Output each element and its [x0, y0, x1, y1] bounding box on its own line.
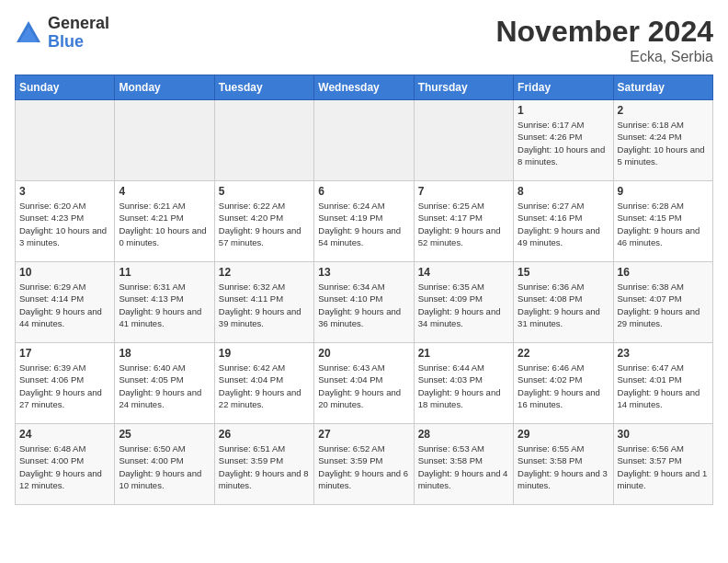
- day-number: 27: [318, 428, 409, 441]
- day-number: 24: [19, 428, 110, 441]
- day-number: 3: [19, 185, 110, 198]
- day-number: 13: [318, 266, 409, 279]
- day-cell: 11Sunrise: 6:31 AM Sunset: 4:13 PM Dayli…: [115, 262, 214, 343]
- weekday-header-sunday: Sunday: [16, 75, 115, 100]
- day-cell: [414, 100, 513, 181]
- week-row-2: 3Sunrise: 6:20 AM Sunset: 4:23 PM Daylig…: [16, 181, 713, 262]
- day-number: 21: [418, 347, 509, 360]
- day-number: 9: [618, 185, 709, 198]
- logo: General Blue: [15, 15, 109, 52]
- day-cell: 9Sunrise: 6:28 AM Sunset: 4:15 PM Daylig…: [613, 181, 712, 262]
- day-number: 28: [418, 428, 509, 441]
- day-info: Sunrise: 6:44 AM Sunset: 4:03 PM Dayligh…: [418, 362, 509, 410]
- logo-text: General Blue: [48, 15, 109, 52]
- day-info: Sunrise: 6:35 AM Sunset: 4:09 PM Dayligh…: [418, 281, 509, 329]
- day-info: Sunrise: 6:51 AM Sunset: 3:59 PM Dayligh…: [219, 442, 310, 491]
- week-row-1: 1Sunrise: 6:17 AM Sunset: 4:26 PM Daylig…: [16, 100, 713, 181]
- day-cell: 3Sunrise: 6:20 AM Sunset: 4:23 PM Daylig…: [16, 181, 115, 262]
- day-cell: 21Sunrise: 6:44 AM Sunset: 4:03 PM Dayli…: [414, 343, 513, 424]
- day-number: 15: [518, 266, 609, 279]
- page-header: General Blue November 2024 Ecka, Serbia: [15, 15, 713, 65]
- day-number: 5: [219, 185, 310, 198]
- title-block: November 2024 Ecka, Serbia: [495, 15, 713, 65]
- day-info: Sunrise: 6:24 AM Sunset: 4:19 PM Dayligh…: [318, 200, 409, 248]
- day-number: 22: [518, 347, 609, 360]
- day-cell: 30Sunrise: 6:56 AM Sunset: 3:57 PM Dayli…: [613, 424, 712, 505]
- day-cell: [314, 100, 414, 181]
- day-info: Sunrise: 6:32 AM Sunset: 4:11 PM Dayligh…: [219, 281, 310, 329]
- day-cell: 12Sunrise: 6:32 AM Sunset: 4:11 PM Dayli…: [214, 262, 313, 343]
- day-number: 4: [119, 185, 210, 198]
- day-cell: 22Sunrise: 6:46 AM Sunset: 4:02 PM Dayli…: [514, 343, 613, 424]
- day-info: Sunrise: 6:31 AM Sunset: 4:13 PM Dayligh…: [119, 281, 210, 329]
- day-number: 20: [318, 347, 409, 360]
- day-cell: 27Sunrise: 6:52 AM Sunset: 3:59 PM Dayli…: [314, 424, 414, 505]
- weekday-header-monday: Monday: [115, 75, 214, 100]
- week-row-3: 10Sunrise: 6:29 AM Sunset: 4:14 PM Dayli…: [16, 262, 713, 343]
- day-cell: 29Sunrise: 6:55 AM Sunset: 3:58 PM Dayli…: [514, 424, 613, 505]
- logo-line2: Blue: [48, 33, 109, 52]
- day-info: Sunrise: 6:40 AM Sunset: 4:05 PM Dayligh…: [119, 362, 210, 410]
- day-cell: 19Sunrise: 6:42 AM Sunset: 4:04 PM Dayli…: [214, 343, 313, 424]
- day-info: Sunrise: 6:17 AM Sunset: 4:26 PM Dayligh…: [518, 119, 609, 167]
- week-row-4: 17Sunrise: 6:39 AM Sunset: 4:06 PM Dayli…: [16, 343, 713, 424]
- day-cell: 2Sunrise: 6:18 AM Sunset: 4:24 PM Daylig…: [613, 100, 712, 181]
- day-info: Sunrise: 6:34 AM Sunset: 4:10 PM Dayligh…: [318, 281, 409, 329]
- day-number: 2: [618, 104, 709, 117]
- day-info: Sunrise: 6:39 AM Sunset: 4:06 PM Dayligh…: [19, 362, 110, 410]
- day-cell: 17Sunrise: 6:39 AM Sunset: 4:06 PM Dayli…: [16, 343, 115, 424]
- day-cell: 10Sunrise: 6:29 AM Sunset: 4:14 PM Dayli…: [16, 262, 115, 343]
- day-cell: 26Sunrise: 6:51 AM Sunset: 3:59 PM Dayli…: [214, 424, 313, 505]
- day-cell: 15Sunrise: 6:36 AM Sunset: 4:08 PM Dayli…: [514, 262, 613, 343]
- day-info: Sunrise: 6:56 AM Sunset: 3:57 PM Dayligh…: [618, 442, 709, 491]
- day-cell: 24Sunrise: 6:48 AM Sunset: 4:00 PM Dayli…: [16, 424, 115, 505]
- day-number: 29: [518, 428, 609, 441]
- day-info: Sunrise: 6:28 AM Sunset: 4:15 PM Dayligh…: [618, 200, 709, 248]
- day-info: Sunrise: 6:20 AM Sunset: 4:23 PM Dayligh…: [19, 200, 110, 248]
- day-info: Sunrise: 6:55 AM Sunset: 3:58 PM Dayligh…: [518, 442, 609, 491]
- day-cell: 13Sunrise: 6:34 AM Sunset: 4:10 PM Dayli…: [314, 262, 414, 343]
- day-info: Sunrise: 6:21 AM Sunset: 4:21 PM Dayligh…: [119, 200, 210, 248]
- day-cell: 28Sunrise: 6:53 AM Sunset: 3:58 PM Dayli…: [414, 424, 513, 505]
- day-cell: 5Sunrise: 6:22 AM Sunset: 4:20 PM Daylig…: [214, 181, 313, 262]
- logo-line1: General: [48, 15, 109, 33]
- day-info: Sunrise: 6:47 AM Sunset: 4:01 PM Dayligh…: [618, 362, 709, 410]
- day-cell: [214, 100, 313, 181]
- day-cell: 8Sunrise: 6:27 AM Sunset: 4:16 PM Daylig…: [514, 181, 613, 262]
- day-info: Sunrise: 6:22 AM Sunset: 4:20 PM Dayligh…: [219, 200, 310, 248]
- day-number: 17: [19, 347, 110, 360]
- day-info: Sunrise: 6:43 AM Sunset: 4:04 PM Dayligh…: [318, 362, 409, 410]
- day-cell: 6Sunrise: 6:24 AM Sunset: 4:19 PM Daylig…: [314, 181, 414, 262]
- day-cell: 18Sunrise: 6:40 AM Sunset: 4:05 PM Dayli…: [115, 343, 214, 424]
- day-number: 1: [518, 104, 609, 117]
- day-number: 25: [119, 428, 210, 441]
- week-row-5: 24Sunrise: 6:48 AM Sunset: 4:00 PM Dayli…: [16, 424, 713, 505]
- day-number: 30: [618, 428, 709, 441]
- day-number: 8: [518, 185, 609, 198]
- weekday-header-tuesday: Tuesday: [214, 75, 313, 100]
- day-info: Sunrise: 6:46 AM Sunset: 4:02 PM Dayligh…: [518, 362, 609, 410]
- day-cell: 23Sunrise: 6:47 AM Sunset: 4:01 PM Dayli…: [613, 343, 712, 424]
- day-number: 23: [618, 347, 709, 360]
- day-cell: 16Sunrise: 6:38 AM Sunset: 4:07 PM Dayli…: [613, 262, 712, 343]
- weekday-header-saturday: Saturday: [613, 75, 712, 100]
- day-number: 18: [119, 347, 210, 360]
- calendar-title: November 2024: [495, 15, 713, 49]
- weekday-header-row: SundayMondayTuesdayWednesdayThursdayFrid…: [16, 75, 713, 100]
- day-info: Sunrise: 6:42 AM Sunset: 4:04 PM Dayligh…: [219, 362, 310, 410]
- day-number: 19: [219, 347, 310, 360]
- day-number: 26: [219, 428, 310, 441]
- weekday-header-wednesday: Wednesday: [314, 75, 414, 100]
- day-info: Sunrise: 6:38 AM Sunset: 4:07 PM Dayligh…: [618, 281, 709, 329]
- day-cell: 25Sunrise: 6:50 AM Sunset: 4:00 PM Dayli…: [115, 424, 214, 505]
- weekday-header-friday: Friday: [514, 75, 613, 100]
- calendar-table: SundayMondayTuesdayWednesdayThursdayFrid…: [15, 75, 713, 505]
- day-number: 11: [119, 266, 210, 279]
- day-info: Sunrise: 6:53 AM Sunset: 3:58 PM Dayligh…: [418, 442, 509, 491]
- day-info: Sunrise: 6:48 AM Sunset: 4:00 PM Dayligh…: [19, 442, 110, 491]
- day-info: Sunrise: 6:27 AM Sunset: 4:16 PM Dayligh…: [518, 200, 609, 248]
- day-cell: 14Sunrise: 6:35 AM Sunset: 4:09 PM Dayli…: [414, 262, 513, 343]
- weekday-header-thursday: Thursday: [414, 75, 513, 100]
- day-cell: 7Sunrise: 6:25 AM Sunset: 4:17 PM Daylig…: [414, 181, 513, 262]
- logo-icon: [15, 19, 42, 47]
